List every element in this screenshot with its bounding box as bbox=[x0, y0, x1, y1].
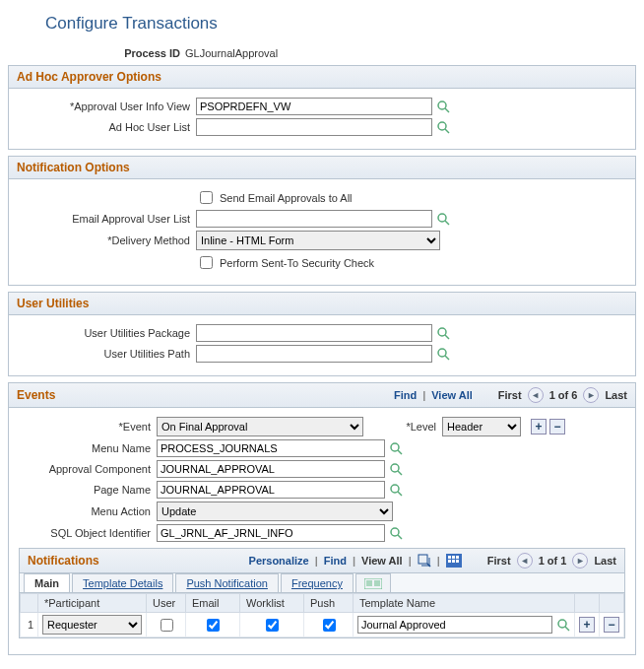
notifications-title: Notifications bbox=[28, 554, 99, 568]
user-utilities-package-input[interactable] bbox=[196, 324, 432, 342]
events-find-link[interactable]: Find bbox=[394, 389, 417, 401]
row-delete-button[interactable]: − bbox=[604, 617, 619, 633]
menu-action-select[interactable]: Update bbox=[157, 502, 393, 521]
tab-template-details[interactable]: Template Details bbox=[72, 573, 173, 592]
table-row: 1 Requester + − bbox=[21, 613, 624, 637]
worklist-checkbox[interactable] bbox=[266, 619, 279, 632]
notifications-grid: *Participant User Email Worklist Push Te… bbox=[20, 593, 624, 637]
row-add-button[interactable]: + bbox=[579, 617, 595, 633]
svg-rect-18 bbox=[419, 555, 427, 564]
delivery-method-label: *Delivery Method bbox=[19, 234, 196, 246]
lookup-icon[interactable] bbox=[436, 326, 450, 340]
email-approval-user-list-input[interactable] bbox=[196, 210, 432, 228]
svg-line-5 bbox=[445, 221, 449, 225]
svg-rect-21 bbox=[452, 556, 455, 559]
tab-push-notification[interactable]: Push Notification bbox=[175, 573, 279, 592]
notification-options-title: Notification Options bbox=[17, 161, 130, 174]
events-prev-button[interactable]: ◄ bbox=[528, 387, 544, 403]
perform-sentto-checkbox[interactable] bbox=[200, 256, 213, 269]
menu-name-label: Menu Name bbox=[19, 442, 157, 454]
sql-obj-id-label: SQL Object Identifier bbox=[19, 527, 157, 539]
adhoc-user-list-label: Ad Hoc User List bbox=[19, 121, 196, 133]
notifications-find-link[interactable]: Find bbox=[324, 555, 347, 567]
notification-options-section: Notification Options Send Email Approval… bbox=[8, 156, 636, 286]
adhoc-section: Ad Hoc Approver Options *Approval User I… bbox=[8, 65, 636, 150]
lookup-icon[interactable] bbox=[389, 483, 403, 497]
adhoc-user-list-input[interactable] bbox=[196, 118, 432, 136]
event-label: *Event bbox=[19, 421, 157, 433]
notifications-viewall-label[interactable]: View All bbox=[361, 555, 403, 567]
user-utilities-title: User Utilities bbox=[17, 297, 89, 310]
notifications-prev-button[interactable]: ◄ bbox=[517, 553, 533, 569]
lookup-icon[interactable] bbox=[556, 618, 570, 632]
row-num: 1 bbox=[21, 613, 38, 637]
svg-line-7 bbox=[445, 335, 449, 339]
svg-point-0 bbox=[438, 101, 446, 109]
approval-user-info-view-label: *Approval User Info View bbox=[19, 100, 196, 112]
user-utilities-path-input[interactable] bbox=[196, 345, 432, 363]
send-email-all-label: Send Email Approvals to All bbox=[220, 192, 353, 204]
events-section: Events Find | View All First ◄ 1 of 6 ► … bbox=[8, 382, 636, 655]
page-title: Configure Transactions bbox=[45, 14, 636, 33]
perform-sentto-label: Perform Sent-To Security Check bbox=[220, 257, 374, 269]
svg-point-16 bbox=[391, 528, 399, 536]
svg-line-9 bbox=[445, 356, 449, 360]
user-utilities-section: User Utilities User Utilities Package Us… bbox=[8, 292, 636, 376]
notifications-last-label[interactable]: Last bbox=[594, 555, 616, 567]
delivery-method-select[interactable]: Inline - HTML Form bbox=[196, 231, 440, 250]
lookup-icon[interactable] bbox=[389, 526, 403, 540]
approval-user-info-view-input[interactable] bbox=[196, 98, 432, 115]
page-name-input[interactable] bbox=[157, 481, 385, 499]
page-name-label: Page Name bbox=[19, 484, 157, 496]
user-checkbox[interactable] bbox=[161, 619, 173, 632]
process-id-label: Process ID bbox=[8, 47, 185, 59]
svg-point-10 bbox=[391, 443, 399, 451]
tab-main[interactable]: Main bbox=[24, 573, 70, 592]
menu-action-label: Menu Action bbox=[19, 505, 157, 517]
events-delete-row-button[interactable]: − bbox=[549, 419, 565, 435]
notifications-counter: 1 of 1 bbox=[539, 555, 567, 567]
svg-line-34 bbox=[565, 627, 569, 631]
zoom-icon[interactable] bbox=[418, 554, 431, 568]
notifications-next-button[interactable]: ► bbox=[572, 553, 588, 569]
events-viewall-link[interactable]: View All bbox=[431, 389, 473, 401]
events-first-label[interactable]: First bbox=[498, 389, 522, 401]
tab-show-all-icon[interactable] bbox=[355, 573, 391, 592]
lookup-icon[interactable] bbox=[436, 212, 450, 226]
notifications-personalize-link[interactable]: Personalize bbox=[249, 555, 309, 567]
lookup-icon[interactable] bbox=[436, 100, 450, 113]
participant-select[interactable]: Requester bbox=[42, 615, 142, 635]
tab-frequency[interactable]: Frequency bbox=[281, 573, 354, 592]
svg-line-17 bbox=[398, 535, 402, 539]
sql-obj-id-input[interactable] bbox=[157, 524, 385, 542]
col-worklist: Worklist bbox=[240, 594, 304, 613]
level-select[interactable]: Header bbox=[442, 417, 521, 436]
email-checkbox[interactable] bbox=[207, 619, 220, 632]
menu-name-input[interactable] bbox=[157, 439, 385, 457]
template-name-input[interactable] bbox=[357, 616, 552, 634]
events-add-row-button[interactable]: + bbox=[531, 419, 547, 435]
notifications-first-label[interactable]: First bbox=[487, 555, 511, 567]
lookup-icon[interactable] bbox=[436, 347, 450, 361]
events-last-label[interactable]: Last bbox=[605, 389, 627, 401]
download-icon[interactable] bbox=[446, 554, 462, 568]
lookup-icon[interactable] bbox=[389, 441, 403, 455]
push-checkbox[interactable] bbox=[323, 619, 336, 632]
lookup-icon[interactable] bbox=[436, 120, 450, 134]
events-counter: 1 of 6 bbox=[549, 389, 578, 401]
notifications-section: Notifications Personalize | Find | View … bbox=[19, 548, 625, 638]
process-id-value: GLJournalApproval bbox=[185, 47, 278, 59]
lookup-icon[interactable] bbox=[389, 462, 403, 476]
col-rownum bbox=[21, 594, 38, 613]
svg-point-6 bbox=[438, 328, 446, 336]
events-next-button[interactable]: ► bbox=[583, 387, 599, 403]
event-select[interactable]: On Final Approval bbox=[157, 417, 363, 436]
approval-component-input[interactable] bbox=[157, 460, 385, 478]
svg-line-15 bbox=[398, 492, 402, 496]
adhoc-title: Ad Hoc Approver Options bbox=[17, 70, 161, 84]
col-email: Email bbox=[186, 594, 240, 613]
email-approval-user-list-label: Email Approval User List bbox=[19, 213, 196, 225]
svg-rect-20 bbox=[448, 556, 451, 559]
svg-point-8 bbox=[438, 349, 446, 357]
send-email-all-checkbox[interactable] bbox=[200, 191, 213, 204]
